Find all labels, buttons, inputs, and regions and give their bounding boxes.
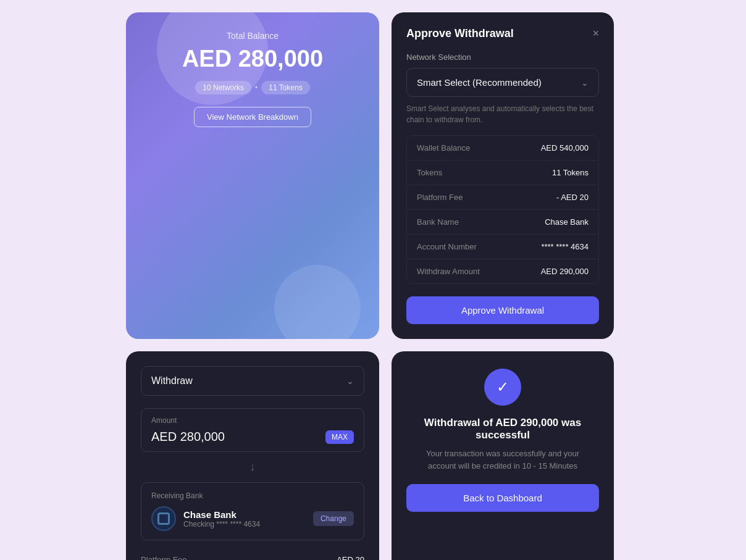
balance-card: Total Balance AED 280,000 10 Networks • … <box>126 12 379 339</box>
tokens-key: Tokens <box>417 168 442 177</box>
receiving-bank-section: Receiving Bank Chase Bank Checking **** … <box>141 482 364 540</box>
detail-row-platform-fee: Platform Fee - AED 20 <box>407 185 598 210</box>
network-breakdown-button[interactable]: View Network Breakdown <box>194 107 311 127</box>
network-dropdown[interactable]: Smart Select (Recommended) ⌄ <box>406 68 599 97</box>
arrow-down-icon: ↓ <box>141 452 364 482</box>
approve-withdrawal-button[interactable]: Approve Withdrawal <box>406 296 599 324</box>
networks-tag: 10 Networks <box>195 81 251 94</box>
details-table: Wallet Balance AED 540,000 Tokens 11 Tok… <box>406 135 599 284</box>
chevron-down-icon: ⌄ <box>581 78 589 88</box>
tokens-value: 11 Tokens <box>552 168 589 177</box>
platform-fee-value: AED 20 <box>337 555 364 560</box>
modal-header: Approve Withdrawal × <box>406 27 599 40</box>
back-to-dashboard-button[interactable]: Back to Dashboard <box>406 484 599 512</box>
withdraw-amount-value: AED 290,000 <box>541 267 589 276</box>
detail-row-wallet-balance: Wallet Balance AED 540,000 <box>407 136 598 161</box>
wallet-balance-value: AED 540,000 <box>541 143 589 153</box>
account-number-value: **** **** 4634 <box>541 242 589 251</box>
max-button[interactable]: MAX <box>325 430 354 444</box>
withdraw-card: Withdraw ⌄ Amount AED 280,000 MAX ↓ Rece… <box>126 351 379 560</box>
detail-row-bank-name: Bank Name Chase Bank <box>407 210 598 235</box>
amount-row: AED 280,000 MAX <box>151 430 354 444</box>
platform-fee-label: Platform Fee <box>141 555 186 560</box>
change-bank-button[interactable]: Change <box>313 511 354 526</box>
detail-row-tokens: Tokens 11 Tokens <box>407 161 598 185</box>
platform-fee-key: Platform Fee <box>417 193 463 202</box>
detail-row-withdraw-amount: Withdraw Amount AED 290,000 <box>407 259 598 283</box>
bank-icon-inner <box>157 512 170 525</box>
bank-account: Checking **** **** 4634 <box>183 520 306 529</box>
bank-row: Chase Bank Checking **** **** 4634 Chang… <box>151 506 354 531</box>
tag-separator: • <box>251 81 261 94</box>
bank-info: Chase Bank Checking **** **** 4634 <box>183 509 306 529</box>
balance-amount: AED 280,000 <box>138 46 367 72</box>
receiving-bank-label: Receiving Bank <box>151 491 354 500</box>
tokens-tag: 11 Tokens <box>261 81 310 94</box>
main-container: Total Balance AED 280,000 10 Networks • … <box>126 12 620 560</box>
modal-title: Approve Withdrawal <box>406 27 514 40</box>
bank-name: Chase Bank <box>183 509 306 520</box>
withdraw-amount-key: Withdraw Amount <box>417 267 480 276</box>
checkmark-icon: ✓ <box>497 378 509 396</box>
amount-label: Amount <box>151 416 354 425</box>
success-icon-wrapper: ✓ <box>484 369 521 406</box>
close-button[interactable]: × <box>592 27 599 40</box>
bank-name-key: Bank Name <box>417 217 459 227</box>
network-selection-label: Network Selection <box>406 52 599 62</box>
bank-name-value: Chase Bank <box>545 217 589 227</box>
withdraw-dropdown[interactable]: Withdraw ⌄ <box>141 366 364 396</box>
approve-withdrawal-modal: Approve Withdrawal × Network Selection S… <box>392 12 614 339</box>
wallet-balance-key: Wallet Balance <box>417 143 470 153</box>
balance-label: Total Balance <box>138 31 367 41</box>
network-description: Smart Select analyses and automatically … <box>406 103 599 125</box>
success-card: ✓ Withdrawal of AED 290,000 was successf… <box>392 351 614 560</box>
platform-fee-row: Platform Fee AED 20 <box>141 550 364 560</box>
bank-icon <box>151 506 176 531</box>
platform-fee-value: - AED 20 <box>556 193 589 202</box>
amount-section: Amount AED 280,000 MAX <box>141 408 364 452</box>
account-number-key: Account Number <box>417 242 477 251</box>
withdraw-dropdown-label: Withdraw <box>151 375 193 387</box>
balance-tags: 10 Networks • 11 Tokens <box>138 81 367 94</box>
success-description: Your transaction was successfully and yo… <box>422 448 583 472</box>
amount-value: AED 280,000 <box>151 430 225 444</box>
chevron-down-icon: ⌄ <box>346 376 354 386</box>
detail-row-account-number: Account Number **** **** 4634 <box>407 235 598 259</box>
success-title: Withdrawal of AED 290,000 was successful <box>406 417 599 441</box>
network-dropdown-label: Smart Select (Recommended) <box>417 77 542 88</box>
